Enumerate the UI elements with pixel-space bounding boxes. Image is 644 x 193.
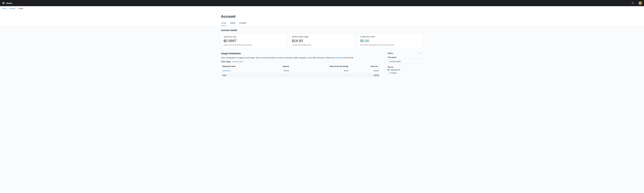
tab-contacts[interactable]: Contacts <box>239 20 246 26</box>
topbar: Elastic B <box>0 0 644 6</box>
help-icon[interactable] <box>632 2 634 4</box>
time-period-label: Time period <box>388 56 423 58</box>
breadcrumb-item-account[interactable]: Account <box>9 8 15 10</box>
radio-checked-icon <box>388 69 389 71</box>
table-total-row: Total $18.93 <box>221 73 380 78</box>
card-label: Credits this month <box>360 36 420 38</box>
card-credits: Credits this month $0.00 This will be de… <box>358 34 423 48</box>
col-capacity[interactable]: Capacity <box>265 64 290 68</box>
chevron-down-icon <box>420 60 421 62</box>
breadcrumb-item-cloud[interactable]: Cloud <box>2 8 6 10</box>
tab-billing[interactable]: Billing <box>230 20 235 26</box>
view-by-deployment[interactable]: Deployment <box>388 69 423 71</box>
breadcrumb-sep: / <box>16 8 17 10</box>
card-label: Total hourly rate <box>224 36 284 38</box>
brand-label: Elastic <box>6 2 12 4</box>
col-deployment-name[interactable]: Deployment name <box>221 64 265 68</box>
elastic-logo-icon[interactable] <box>2 2 5 4</box>
time-range-row: Time range January 2021 <box>221 60 380 62</box>
svg-line-9 <box>633 3 633 4</box>
deployment-link[interactable]: Hot-warm 1 <box>222 70 231 72</box>
col-data-transfer-storage[interactable]: Data transfer and storage <box>290 64 350 68</box>
svg-line-8 <box>632 3 632 4</box>
page-title: Account <box>221 11 423 20</box>
sort-desc-icon: ↓ <box>378 66 379 67</box>
cell-dts: $0.08 <box>290 68 350 73</box>
filters-title: Filters <box>388 52 393 54</box>
content: Current month Total hourly rate $0.9997 … <box>219 26 425 83</box>
breakdown-main: Usage breakdown View a breakdown of usag… <box>221 52 384 78</box>
card-sub: 16 days left in billing cycle <box>292 44 352 46</box>
card-value: $18.93 <box>292 39 352 43</box>
reset-button[interactable]: Reset <box>418 52 423 54</box>
view-by-product[interactable]: Product <box>388 72 423 74</box>
tab-usage[interactable]: Usage <box>221 20 226 26</box>
svg-point-3 <box>4 3 4 4</box>
breadcrumb: Cloud / Account / Usage <box>0 6 644 11</box>
breakdown-desc-after: for the final bill. <box>341 57 354 59</box>
breadcrumb-sep: / <box>8 8 8 10</box>
table-row: Hot-warm 1 $18.85 $0.08 $18.93 <box>221 68 380 73</box>
card-value: $0.00 <box>360 39 420 43</box>
card-total-hourly-rate: Total hourly rate $0.9997 Hourly rate fo… <box>221 34 286 48</box>
total-label: Total <box>221 73 265 78</box>
radio-label: Deployment <box>390 69 400 71</box>
svg-line-6 <box>632 2 632 3</box>
filters-panel: Filters Reset Time period Current month … <box>384 52 423 78</box>
time-range-value: January 2021 <box>232 60 243 62</box>
col-total-cost[interactable]: Total cost↓ <box>350 64 380 68</box>
page-header: Account Usage Billing Contacts <box>0 11 644 26</box>
avatar[interactable]: B <box>638 2 642 5</box>
time-range-label: Time range <box>221 60 230 62</box>
svg-point-5 <box>632 3 633 4</box>
current-month-title: Current month <box>221 29 423 32</box>
breakdown-title: Usage breakdown <box>221 52 380 55</box>
time-period-select[interactable]: Current month <box>388 59 423 64</box>
view-by-label: View by <box>388 66 423 68</box>
filters-head: Filters Reset <box>388 52 423 54</box>
radio-label: Product <box>390 72 396 74</box>
card-sub: This will be deducted from your bill thi… <box>360 44 420 46</box>
tabs: Usage Billing Contacts <box>221 20 423 26</box>
breakdown-description: View a breakdown of usage by time range.… <box>221 57 380 59</box>
breakdown-area: Usage breakdown View a breakdown of usag… <box>221 52 423 78</box>
card-label: Month-to-date usage <box>292 36 352 38</box>
topbar-left: Elastic <box>2 2 12 4</box>
breadcrumb-current: Usage <box>18 8 23 10</box>
radio-unchecked-icon <box>388 72 389 74</box>
usage-table: Deployment name Capacity Data transfer a… <box>221 64 380 78</box>
table-header-row: Deployment name Capacity Data transfer a… <box>221 64 380 68</box>
summary-cards: Total hourly rate $0.9997 Hourly rate fo… <box>221 34 423 48</box>
col-total-cost-label: Total cost <box>370 66 378 67</box>
grand-total: $18.93 <box>350 73 380 78</box>
cell-capacity: $18.85 <box>265 68 290 73</box>
breakdown-desc-before: View a breakdown of usage by time range.… <box>221 57 335 59</box>
topbar-right: B <box>632 2 642 5</box>
cell-total: $18.93 <box>350 68 380 73</box>
card-value: $0.9997 <box>224 39 284 43</box>
card-sub: Hourly rate for all deployment capacity <box>224 44 284 46</box>
time-period-value: Current month <box>389 60 401 62</box>
card-month-to-date: Month-to-date usage $18.93 16 days left … <box>290 34 355 48</box>
current-month-section: Current month Total hourly rate $0.9997 … <box>221 29 423 48</box>
svg-line-7 <box>633 2 633 3</box>
invoice-link[interactable]: invoice <box>335 57 341 59</box>
